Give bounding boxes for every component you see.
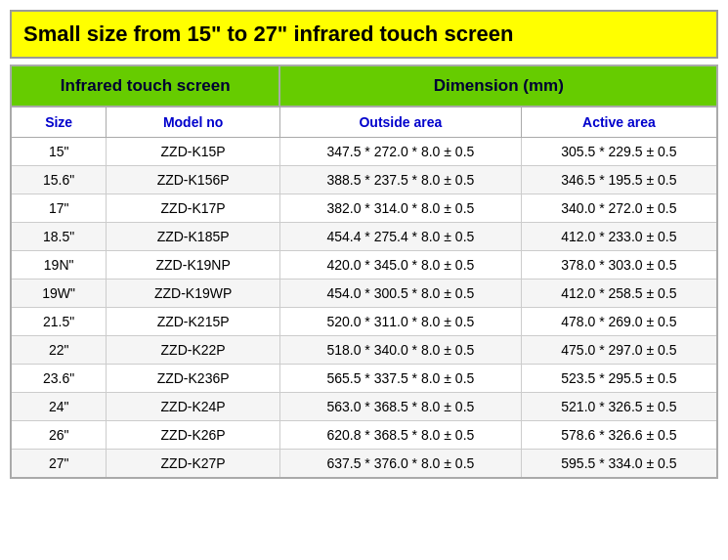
cell-model: ZZD-K185P bbox=[107, 223, 280, 251]
cell-outside: 382.0 * 314.0 * 8.0 ± 0.5 bbox=[279, 194, 521, 223]
col-header-size: Size bbox=[11, 107, 107, 138]
cell-model: ZZD-K19WP bbox=[107, 280, 280, 308]
cell-outside: 565.5 * 337.5 * 8.0 ± 0.5 bbox=[279, 365, 521, 393]
cell-active: 340.0 * 272.0 ± 0.5 bbox=[521, 194, 717, 223]
header-dimension: Dimension (mm) bbox=[279, 65, 717, 107]
table-row: 19N"ZZD-K19NP420.0 * 345.0 * 8.0 ± 0.537… bbox=[11, 251, 717, 280]
cell-model: ZZD-K17P bbox=[107, 194, 280, 223]
cell-outside: 420.0 * 345.0 * 8.0 ± 0.5 bbox=[279, 251, 521, 280]
cell-active: 412.0 * 233.0 ± 0.5 bbox=[521, 223, 717, 251]
cell-size: 21.5" bbox=[11, 308, 107, 336]
cell-size: 26" bbox=[11, 421, 107, 450]
cell-model: ZZD-K27P bbox=[107, 450, 280, 479]
cell-size: 19W" bbox=[11, 280, 107, 308]
table-row: 15.6"ZZD-K156P388.5 * 237.5 * 8.0 ± 0.53… bbox=[11, 166, 717, 194]
cell-size: 24" bbox=[11, 393, 107, 421]
cell-active: 595.5 * 334.0 ± 0.5 bbox=[521, 450, 717, 479]
cell-outside: 520.0 * 311.0 * 8.0 ± 0.5 bbox=[279, 308, 521, 336]
page-title: Small size from 15" to 27" infrared touc… bbox=[10, 10, 718, 59]
cell-outside: 620.8 * 368.5 * 8.0 ± 0.5 bbox=[279, 421, 521, 450]
cell-active: 478.0 * 269.0 ± 0.5 bbox=[521, 308, 717, 336]
cell-outside: 388.5 * 237.5 * 8.0 ± 0.5 bbox=[279, 166, 521, 194]
cell-size: 15.6" bbox=[11, 166, 107, 194]
table-row: 27"ZZD-K27P637.5 * 376.0 * 8.0 ± 0.5595.… bbox=[11, 450, 717, 479]
cell-outside: 563.0 * 368.5 * 8.0 ± 0.5 bbox=[279, 393, 521, 421]
cell-model: ZZD-K22P bbox=[107, 336, 280, 365]
cell-model: ZZD-K156P bbox=[107, 166, 280, 194]
table-row: 18.5"ZZD-K185P454.4 * 275.4 * 8.0 ± 0.54… bbox=[11, 223, 717, 251]
cell-size: 22" bbox=[11, 336, 107, 365]
cell-outside: 637.5 * 376.0 * 8.0 ± 0.5 bbox=[279, 450, 521, 479]
cell-outside: 454.0 * 300.5 * 8.0 ± 0.5 bbox=[279, 280, 521, 308]
table-row: 23.6"ZZD-K236P565.5 * 337.5 * 8.0 ± 0.55… bbox=[11, 365, 717, 393]
table-row: 21.5"ZZD-K215P520.0 * 311.0 * 8.0 ± 0.54… bbox=[11, 308, 717, 336]
cell-active: 412.0 * 258.5 ± 0.5 bbox=[521, 280, 717, 308]
cell-size: 15" bbox=[11, 138, 107, 166]
cell-outside: 347.5 * 272.0 * 8.0 ± 0.5 bbox=[279, 138, 521, 166]
cell-size: 19N" bbox=[11, 251, 107, 280]
col-header-model: Model no bbox=[107, 107, 280, 138]
cell-model: ZZD-K15P bbox=[107, 138, 280, 166]
cell-active: 378.0 * 303.0 ± 0.5 bbox=[521, 251, 717, 280]
cell-size: 27" bbox=[11, 450, 107, 479]
cell-outside: 518.0 * 340.0 * 8.0 ± 0.5 bbox=[279, 336, 521, 365]
cell-active: 521.0 * 326.5 ± 0.5 bbox=[521, 393, 717, 421]
cell-size: 18.5" bbox=[11, 223, 107, 251]
cell-size: 17" bbox=[11, 194, 107, 223]
cell-outside: 454.4 * 275.4 * 8.0 ± 0.5 bbox=[279, 223, 521, 251]
table-row: 19W"ZZD-K19WP454.0 * 300.5 * 8.0 ± 0.541… bbox=[11, 280, 717, 308]
cell-model: ZZD-K26P bbox=[107, 421, 280, 450]
cell-model: ZZD-K19NP bbox=[107, 251, 280, 280]
cell-model: ZZD-K236P bbox=[107, 365, 280, 393]
table-row: 24"ZZD-K24P563.0 * 368.5 * 8.0 ± 0.5521.… bbox=[11, 393, 717, 421]
cell-active: 523.5 * 295.5 ± 0.5 bbox=[521, 365, 717, 393]
cell-active: 305.5 * 229.5 ± 0.5 bbox=[521, 138, 717, 166]
cell-active: 578.6 * 326.6 ± 0.5 bbox=[521, 421, 717, 450]
table-row: 26"ZZD-K26P620.8 * 368.5 * 8.0 ± 0.5578.… bbox=[11, 421, 717, 450]
col-header-active: Active area bbox=[521, 107, 717, 138]
header-infrared: Infrared touch screen bbox=[11, 65, 279, 107]
cell-size: 23.6" bbox=[11, 365, 107, 393]
cell-active: 475.0 * 297.0 ± 0.5 bbox=[521, 336, 717, 365]
table-row: 17"ZZD-K17P382.0 * 314.0 * 8.0 ± 0.5340.… bbox=[11, 194, 717, 223]
cell-model: ZZD-K24P bbox=[107, 393, 280, 421]
table-row: 22"ZZD-K22P518.0 * 340.0 * 8.0 ± 0.5475.… bbox=[11, 336, 717, 365]
cell-model: ZZD-K215P bbox=[107, 308, 280, 336]
cell-active: 346.5 * 195.5 ± 0.5 bbox=[521, 166, 717, 194]
col-header-outside: Outside area bbox=[279, 107, 521, 138]
table-row: 15"ZZD-K15P347.5 * 272.0 * 8.0 ± 0.5305.… bbox=[11, 138, 717, 166]
